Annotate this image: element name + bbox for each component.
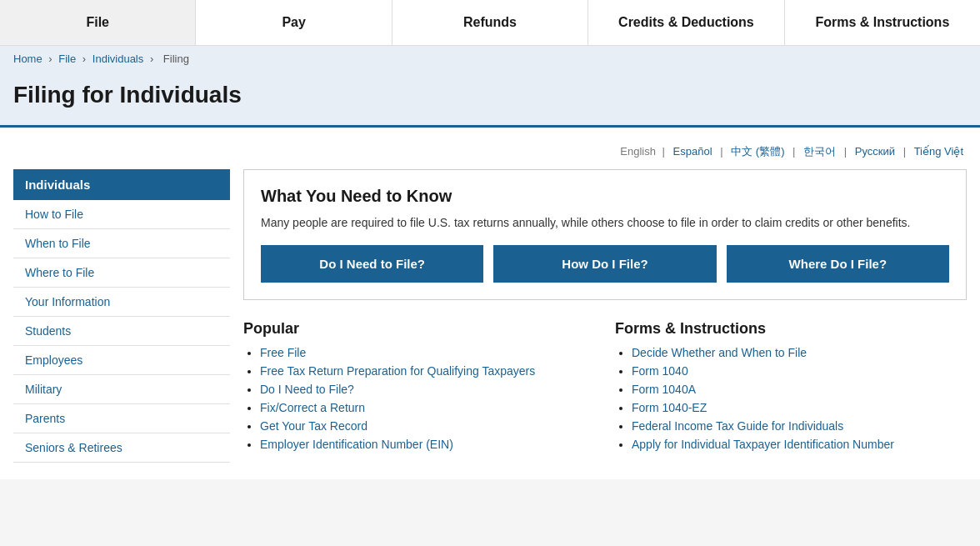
nav-credits-deductions[interactable]: Credits & Deductions [588,0,784,45]
language-espanol[interactable]: Español [673,145,712,158]
nav-file[interactable]: File [0,0,196,45]
list-item: Get Your Tax Record [260,419,595,433]
list-item: Do I Need to File? [260,383,595,396]
cta-buttons: Do I Need to File? How Do I File? Where … [261,245,949,283]
content-wrapper: Individuals How to File When to File Whe… [13,169,967,463]
list-item: Apply for Individual Taxpayer Identifica… [632,438,967,451]
popular-link-do-i-need[interactable]: Do I Need to File? [260,383,354,396]
nav-pay[interactable]: Pay [196,0,392,45]
popular-list: Free File Free Tax Return Preparation fo… [243,346,595,451]
nav-refunds[interactable]: Refunds [392,0,588,45]
info-box-description: Many people are required to file U.S. ta… [261,214,949,232]
language-bar: English | Español | 中文 (繁體) | 한국어 | Русс… [13,136,967,169]
list-item: Form 1040 [632,364,967,378]
popular-link-tax-record[interactable]: Get Your Tax Record [260,419,368,433]
forms-instructions-heading: Forms & Instructions [615,320,967,338]
info-box-title: What You Need to Know [261,187,949,206]
sidebar-item-parents[interactable]: Parents [13,404,230,433]
list-item: Employer Identification Number (EIN) [260,438,595,451]
sidebar-item-employees[interactable]: Employees [13,346,230,375]
main-content: English | Español | 中文 (繁體) | 한국어 | Русс… [0,128,980,479]
language-vietnamese[interactable]: Tiếng Việt [914,145,963,158]
how-do-i-file-button[interactable]: How Do I File? [493,245,716,283]
sidebar-item-students[interactable]: Students [13,317,230,346]
list-item: Federal Income Tax Guide for Individuals [632,419,967,433]
info-box: What You Need to Know Many people are re… [243,169,967,300]
popular-link-free-file[interactable]: Free File [260,346,306,359]
language-russian[interactable]: Русский [855,145,895,158]
popular-section: Popular Free File Free Tax Return Prepar… [243,320,595,456]
forms-instructions-section: Forms & Instructions Decide Whether and … [615,320,967,456]
list-item: Free File [260,346,595,359]
breadcrumb: Home › File › Individuals › Filing [0,46,980,72]
forms-instructions-list: Decide Whether and When to File Form 104… [615,346,967,451]
list-item: Form 1040A [632,383,967,396]
language-english: English [620,145,656,158]
forms-link-fed-income-guide[interactable]: Federal Income Tax Guide for Individuals [632,419,843,433]
forms-link-itin[interactable]: Apply for Individual Taxpayer Identifica… [632,438,894,451]
sidebar-item-seniors-retirees[interactable]: Seniors & Retirees [13,433,230,463]
page-title: Filing for Individuals [13,82,967,108]
breadcrumb-file[interactable]: File [58,53,76,65]
bottom-columns: Popular Free File Free Tax Return Prepar… [243,320,967,456]
list-item: Free Tax Return Preparation for Qualifyi… [260,364,595,378]
forms-link-decide[interactable]: Decide Whether and When to File [632,346,807,359]
main-panel: What You Need to Know Many people are re… [243,169,967,463]
list-item: Form 1040-EZ [632,401,967,414]
language-chinese[interactable]: 中文 (繁體) [731,145,784,158]
sidebar-item-when-to-file[interactable]: When to File [13,229,230,258]
breadcrumb-individuals[interactable]: Individuals [92,53,143,65]
list-item: Decide Whether and When to File [632,346,967,359]
sidebar-item-where-to-file[interactable]: Where to File [13,258,230,288]
language-korean[interactable]: 한국어 [803,145,836,158]
list-item: Fix/Correct a Return [260,401,595,414]
do-i-need-to-file-button[interactable]: Do I Need to File? [261,245,483,283]
popular-link-fix-return[interactable]: Fix/Correct a Return [260,401,365,414]
top-navigation: File Pay Refunds Credits & Deductions Fo… [0,0,980,46]
sidebar-item-your-information[interactable]: Your Information [13,288,230,317]
breadcrumb-filing: Filing [163,53,189,65]
sidebar-item-military[interactable]: Military [13,375,230,404]
popular-link-ein[interactable]: Employer Identification Number (EIN) [260,438,453,451]
nav-forms-instructions[interactable]: Forms & Instructions [785,0,980,45]
page-title-area: Filing for Individuals [0,72,980,128]
popular-link-free-tax-return[interactable]: Free Tax Return Preparation for Qualifyi… [260,364,535,378]
popular-heading: Popular [243,320,595,338]
breadcrumb-home[interactable]: Home [13,53,42,65]
where-do-i-file-button[interactable]: Where Do I File? [727,245,949,283]
sidebar-section-title: Individuals [13,169,230,200]
sidebar: Individuals How to File When to File Whe… [13,169,230,463]
forms-link-1040a[interactable]: Form 1040A [632,383,696,396]
forms-link-1040ez[interactable]: Form 1040-EZ [632,401,707,414]
sidebar-item-how-to-file[interactable]: How to File [13,200,230,229]
forms-link-1040[interactable]: Form 1040 [632,364,688,378]
